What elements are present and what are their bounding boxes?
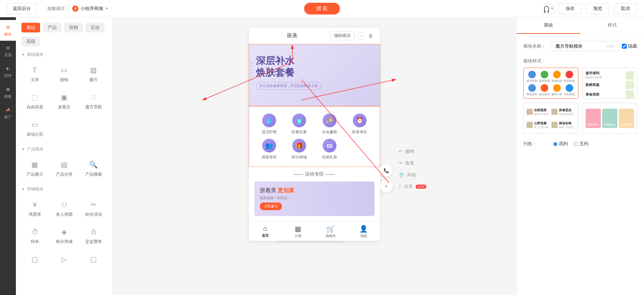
design-name: 小程序商城 — [80, 6, 103, 12]
undo-icon: ↶ — [399, 149, 402, 154]
section-basic-title: ▼基础模块 — [21, 52, 107, 58]
nav-item[interactable]: 💧清洁护肤 — [256, 114, 282, 135]
nav-item[interactable]: 🧴防衰抗衰 — [286, 114, 313, 135]
style-card-4[interactable]: 国际进口绿色美品品牌推荐 — [583, 103, 637, 134]
nav-item-label: 防衰抗衰 — [292, 129, 307, 135]
container-icon: ⬚ — [28, 92, 42, 102]
preview-button[interactable]: 预览 — [586, 3, 609, 14]
comp-container[interactable]: ⬚自由容器 — [21, 89, 48, 114]
nav-modules[interactable]: ▧模块 — [0, 20, 16, 41]
more-options-button[interactable]: ⌄ — [357, 32, 365, 40]
phone-float-button[interactable]: 📞 — [380, 164, 392, 177]
nav-item-icon: 🧴 — [292, 114, 306, 127]
templates-icon: ▦ — [5, 86, 11, 92]
tab-cart[interactable]: 🛒购物车 — [314, 222, 347, 241]
pages-icon: ▤ — [5, 45, 11, 51]
authorize-button[interactable]: 授 权 — [304, 3, 340, 14]
tab-home[interactable]: ⌂首页 — [249, 222, 282, 241]
nav-templates[interactable]: ▦模板 — [0, 82, 16, 103]
rtab-basic[interactable]: 基础 — [517, 17, 580, 34]
style-card-1[interactable]: 超市便利新鲜果蔬美食烘焙鲜花植物果蔬便利食品饮料腰间小护手机周边 — [523, 68, 578, 99]
comp-presale[interactable]: ⎙定金预售 — [80, 224, 107, 248]
comp-multiimage[interactable]: ▣多图文 — [51, 89, 77, 114]
comp-bargain[interactable]: ✂砍价活动 — [80, 196, 107, 221]
support-button[interactable]: ▼ — [544, 3, 554, 14]
product-search-icon: 🔍 — [87, 160, 101, 169]
delete-button[interactable]: 🗑 — [367, 32, 375, 40]
radio-4col[interactable]: 四列 — [553, 141, 568, 147]
save-button[interactable]: 保存 — [558, 3, 582, 14]
share-float-button[interactable]: ⚭ — [380, 180, 392, 193]
nav-item-label: 秒杀专区 — [352, 129, 367, 135]
comp-product-display[interactable]: ▦产品展示 — [21, 156, 48, 181]
pill-basic[interactable]: 基础 — [21, 23, 40, 32]
banner-title1: 深层补水 — [256, 55, 373, 67]
radio-5col[interactable]: 五列 — [574, 141, 588, 147]
cancel-button[interactable]: 取消 — [614, 3, 637, 14]
style-card-2[interactable]: 超市便利随送时令鲜果新鲜果蔬美食烘焙 — [583, 68, 637, 99]
redo-icon: ↷ — [399, 161, 402, 166]
nav-item-label: 清洁护肤 — [262, 129, 277, 135]
comp-button[interactable]: ▭按钮 — [51, 62, 77, 86]
tab-mine[interactable]: 👤我的 — [347, 222, 380, 241]
comp-groupbuy[interactable]: ⚇多人拼团 — [51, 196, 77, 221]
marquee-icon: ▭ — [28, 120, 42, 129]
modules-icon: ▧ — [5, 24, 11, 30]
comp-product-category[interactable]: ▤产品分类 — [51, 156, 77, 181]
redo-button[interactable]: ↷恢复 — [399, 160, 426, 166]
nav-item-icon: 💧 — [262, 114, 276, 127]
module-name-label: 模块名称： — [523, 43, 548, 49]
activity-banner-btn[interactable]: 立即参与 — [260, 203, 282, 210]
banner-caption: 专注皮肤健康管理，开启肌肤蜕变之旅 — [256, 82, 321, 90]
undo-button[interactable]: ↶撤销 — [399, 148, 426, 155]
comp-marquee[interactable]: ▭滚动公告 — [21, 116, 48, 141]
nav-item[interactable]: ⏰秒杀专区 — [347, 114, 373, 135]
nav-item[interactable]: 🎁积分商城 — [286, 139, 313, 160]
pill-advanced[interactable]: 高级 — [21, 37, 40, 46]
comp-points[interactable]: ◈积分商城 — [51, 224, 77, 248]
nav-item[interactable]: 👥拼团专区 — [256, 139, 282, 160]
comp-text[interactable]: T文本 — [21, 62, 48, 86]
banner-title2: 焕肤套餐 — [256, 67, 373, 78]
new-badge: NEW — [416, 185, 426, 189]
product-category-icon: ▤ — [57, 160, 71, 169]
phone-preview: 医美 编辑模块 ⌄ 🗑 BEAUTY 深层补水 焕肤套餐 专注皮肤健康管理，开启… — [249, 28, 380, 241]
comp-more3[interactable]: ▢ — [80, 251, 107, 267]
pill-interactive[interactable]: 互动 — [86, 23, 104, 32]
multiimage-icon: ▣ — [57, 92, 71, 102]
style-card-3[interactable]: 农家蔬菜精选时令生鲜家禽蛋品绿色实惠多选山野真菌登上山里主味粮油谷物颜值人气选品 — [523, 103, 578, 134]
comp-image[interactable]: ▨图片 — [80, 62, 107, 86]
activity-banner-title: 拼着美 更划算 — [260, 187, 369, 194]
design-label: 当前设计： — [47, 6, 69, 12]
banner-module[interactable]: BEAUTY 深层补水 焕肤套餐 专注皮肤健康管理，开启肌肤蜕变之旅 — [249, 44, 380, 106]
tab-category[interactable]: ▦分类 — [282, 222, 314, 241]
rtab-style[interactable]: 样式 — [580, 17, 644, 34]
cart-icon: 🛒 — [326, 225, 335, 233]
style-button[interactable]: 👕风格 — [399, 172, 426, 178]
magicnav-icon: ∷ — [87, 92, 101, 102]
nav-pages[interactable]: ▤页面 — [0, 41, 16, 61]
pill-product[interactable]: 产品 — [43, 23, 61, 32]
activity-banner-sub: 肌肤烦恼一扫而光 — [260, 196, 369, 200]
pill-marketing[interactable]: 营销 — [64, 23, 83, 32]
comp-flash[interactable]: ⏱秒杀 — [21, 224, 48, 248]
comp-more2[interactable]: ▷ — [51, 251, 77, 267]
comp-more1[interactable]: ▢ — [21, 251, 48, 267]
nav-item[interactable]: ✨水光嫩肤 — [316, 114, 343, 135]
edit-module-button[interactable]: 编辑模块 — [330, 31, 354, 40]
activity-banner[interactable]: 拼着美 更划算 肌肤烦恼一扫而光 立即参与 — [254, 181, 375, 216]
nav-widgets[interactable]: ◐控件 — [0, 61, 16, 82]
share-button[interactable]: ⤴分享NEW — [399, 184, 426, 190]
nav-item-label: 积分商城 — [292, 155, 307, 160]
design-selector[interactable]: ∂ 小程序商城 ▼ — [72, 6, 108, 12]
back-button[interactable]: 返回后台 — [7, 3, 37, 14]
hide-checkbox[interactable]: 隐藏 — [622, 43, 637, 49]
nav-item[interactable]: 🎟优惠礼券 — [316, 139, 343, 160]
comp-coupon[interactable]: ¥优惠券 — [21, 196, 48, 221]
style-icon: 👕 — [399, 173, 404, 178]
comp-magicnav[interactable]: ∷魔方导航 — [80, 89, 107, 114]
magic-nav-module[interactable]: 💧清洁护肤🧴防衰抗衰✨水光嫩肤⏰秒杀专区👥拼团专区🎁积分商城🎟优惠礼券 — [249, 106, 380, 167]
widgets-icon: ◐ — [5, 66, 11, 72]
nav-promote[interactable]: 📣推广 — [0, 103, 16, 124]
comp-product-search[interactable]: 🔍产品搜索 — [80, 156, 107, 181]
